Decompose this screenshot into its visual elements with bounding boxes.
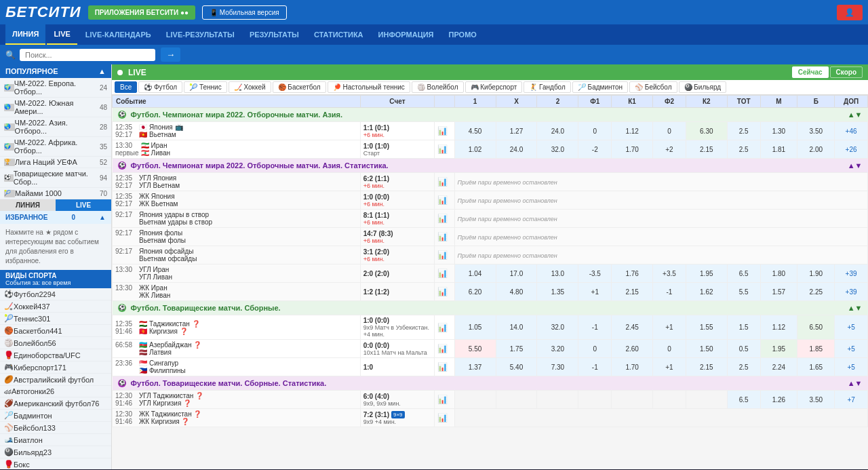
odds-m[interactable]: 1.26 bbox=[760, 391, 797, 409]
odds-dop[interactable]: +39 bbox=[835, 265, 868, 283]
time-tab-soon[interactable]: Скоро bbox=[830, 66, 863, 78]
odds-k2[interactable]: 6.30 bbox=[686, 122, 727, 140]
odds-k2[interactable]: 2.15 bbox=[686, 140, 727, 159]
sidebar-sport-hockey[interactable]: 🏒 Хоккей 437 bbox=[0, 300, 111, 313]
sidebar-tab-line[interactable]: ЛИНИЯ bbox=[0, 199, 56, 211]
odds-tot[interactable]: 6.5 bbox=[727, 265, 760, 283]
section-collapse[interactable]: ▲▼ bbox=[848, 161, 863, 170]
sport-filter-table-tennis[interactable]: 🏓 Настольный теннис bbox=[328, 81, 410, 93]
odds-f2[interactable]: -1 bbox=[653, 283, 686, 301]
sidebar-sport-boxing[interactable]: 🥊 Бокс bbox=[0, 458, 111, 469]
odds-k2[interactable]: 1.62 bbox=[686, 283, 727, 301]
chart-cell[interactable]: 📊 bbox=[435, 265, 454, 283]
sidebar-sport-aussie-football[interactable]: 🏉 Австралийский футбол bbox=[0, 374, 111, 386]
chart-icon[interactable]: 📊 bbox=[437, 126, 448, 136]
odds-m[interactable]: 1.80 bbox=[760, 265, 797, 283]
odds-f2[interactable]: +1 bbox=[653, 315, 686, 340]
chart-icon[interactable]: 📊 bbox=[437, 287, 448, 296]
chart-cell[interactable]: 📊 bbox=[435, 191, 454, 210]
chart-icon[interactable]: 📊 bbox=[437, 232, 448, 241]
chart-icon[interactable]: 📊 bbox=[437, 250, 448, 260]
odds-b[interactable]: 1.85 bbox=[797, 340, 835, 358]
odds-f1[interactable]: -1 bbox=[578, 315, 612, 340]
odds-b[interactable]: 6.50 bbox=[797, 315, 835, 340]
odds-f2[interactable]: +3.5 bbox=[653, 265, 686, 283]
odds-dop[interactable]: +26 bbox=[835, 140, 868, 159]
chart-icon[interactable]: 📊 bbox=[437, 323, 448, 332]
chart-cell[interactable]: 📊 bbox=[435, 246, 454, 265]
odds-f1[interactable]: 0 bbox=[578, 122, 612, 140]
chart-cell[interactable]: 📊 bbox=[435, 391, 454, 409]
odds-k1[interactable]: 1.70 bbox=[612, 358, 653, 376]
mobile-button[interactable]: 📱 Мобильная версия bbox=[202, 5, 287, 20]
chart-cell[interactable]: 📊 bbox=[435, 122, 454, 140]
odds-f1[interactable]: +1 bbox=[578, 283, 612, 301]
odds-b[interactable]: 2.00 bbox=[797, 140, 835, 159]
login-button[interactable]: 👤 bbox=[837, 5, 863, 20]
odds-1[interactable]: 1.05 bbox=[454, 315, 496, 340]
odds-1[interactable]: 1.37 bbox=[454, 358, 496, 376]
team1-name[interactable]: Таджикистан ❓ bbox=[149, 320, 200, 328]
nav-liniya[interactable]: ЛИНИЯ bbox=[5, 24, 45, 45]
team1-name[interactable]: Япония bbox=[149, 123, 173, 131]
odds-tot[interactable]: 1.5 bbox=[727, 315, 760, 340]
odds-2[interactable]: 1.35 bbox=[537, 283, 578, 301]
team2-name[interactable]: Филиппины bbox=[149, 367, 186, 374]
odds-k1[interactable]: 1.12 bbox=[612, 122, 653, 140]
odds-b[interactable]: 1.65 bbox=[797, 358, 835, 376]
sport-filter-tennis[interactable]: 🎾 Теннис bbox=[184, 81, 227, 93]
odds-2[interactable]: 32.0 bbox=[537, 140, 578, 159]
sidebar-sport-biathlon[interactable]: 🎿 Биатлон bbox=[0, 434, 111, 446]
chart-icon[interactable]: 📊 bbox=[437, 269, 448, 278]
odds-dop[interactable]: +39 bbox=[835, 283, 868, 301]
odds-2[interactable]: 13.0 bbox=[537, 265, 578, 283]
odds-f2[interactable]: 0 bbox=[653, 122, 686, 140]
odds-x[interactable]: 5.40 bbox=[496, 358, 537, 376]
chart-cell[interactable]: 📊 bbox=[435, 140, 454, 159]
sidebar-tab-live[interactable]: LIVE bbox=[56, 199, 111, 211]
odds-k1[interactable]: 2.15 bbox=[612, 283, 653, 301]
odds-m[interactable]: 1.57 bbox=[760, 283, 797, 301]
odds-2[interactable]: 32.0 bbox=[537, 315, 578, 340]
odds-m[interactable]: 2.24 bbox=[760, 358, 797, 376]
odds-k1[interactable]: 1.70 bbox=[612, 140, 653, 159]
sport-filter-handball[interactable]: 🤾 Гандбол bbox=[524, 81, 570, 93]
sidebar-popular-item[interactable]: 🌎 ЧМ-2022. Южная Амери... 48 bbox=[0, 98, 111, 117]
odds-x[interactable]: 24.0 bbox=[496, 140, 537, 159]
sport-filter-hockey[interactable]: 🏒 Хоккей bbox=[229, 81, 271, 93]
chart-cell[interactable]: 📊 bbox=[435, 210, 454, 228]
team1-name[interactable]: Азербайджан ❓ bbox=[149, 341, 201, 349]
odds-1[interactable]: 1.04 bbox=[454, 265, 496, 283]
sidebar-popular-item[interactable]: 🎾 Майами 1000 70 bbox=[0, 188, 111, 199]
chart-icon[interactable]: 📊 bbox=[437, 214, 448, 223]
nav-statistics[interactable]: СТАТИСТИКА bbox=[307, 24, 370, 45]
app-button[interactable]: ПРИЛОЖЕНИЯ БЕТСИТИ ●● bbox=[88, 5, 195, 20]
odds-2[interactable]: 24.0 bbox=[537, 122, 578, 140]
odds-k2[interactable]: 1.55 bbox=[686, 315, 727, 340]
section-collapse[interactable]: ▲▼ bbox=[848, 379, 863, 387]
sport-filter-volleyball[interactable]: 🏐 Волейбол bbox=[412, 81, 464, 93]
chart-icon[interactable]: 📊 bbox=[437, 344, 448, 353]
chart-cell[interactable]: 📊 bbox=[435, 409, 454, 427]
odds-f1[interactable]: -1 bbox=[578, 358, 612, 376]
time-tab-now[interactable]: Сейчас bbox=[792, 66, 829, 78]
sidebar-sport-american-football[interactable]: 🏈 Американский футбол 76 bbox=[0, 397, 111, 410]
odds-x[interactable]: 14.0 bbox=[496, 315, 537, 340]
sidebar-popular-item[interactable]: 🌏 ЧМ-2022. Азия. Отборо... 28 bbox=[0, 117, 111, 137]
odds-tot[interactable]: 6.5 bbox=[727, 391, 760, 409]
sidebar-popular-item[interactable]: 🌍 ЧМ-2022. Африка. Отбор... 35 bbox=[0, 137, 111, 157]
odds-tot[interactable]: 2.5 bbox=[727, 140, 760, 159]
team1-name[interactable]: Иран bbox=[151, 142, 167, 149]
odds-k2[interactable]: 1.50 bbox=[686, 340, 727, 358]
odds-1[interactable]: 5.50 bbox=[454, 340, 496, 358]
odds-b[interactable]: 2.25 bbox=[797, 283, 835, 301]
nav-promo[interactable]: ПРОМО bbox=[442, 24, 484, 45]
sidebar-collapse-icon[interactable]: ▲ bbox=[98, 67, 106, 75]
odds-x[interactable]: 4.80 bbox=[496, 283, 537, 301]
chart-cell[interactable]: 📊 bbox=[435, 173, 454, 191]
sidebar-favorites-collapse[interactable]: ▲ bbox=[99, 214, 106, 221]
sidebar-sport-baseball[interactable]: ⚾ Бейсбол 133 bbox=[0, 422, 111, 434]
odds-m[interactable]: 1.81 bbox=[760, 140, 797, 159]
team2-name[interactable]: Вьетнам bbox=[149, 131, 176, 138]
odds-f1[interactable]: -3.5 bbox=[578, 265, 612, 283]
